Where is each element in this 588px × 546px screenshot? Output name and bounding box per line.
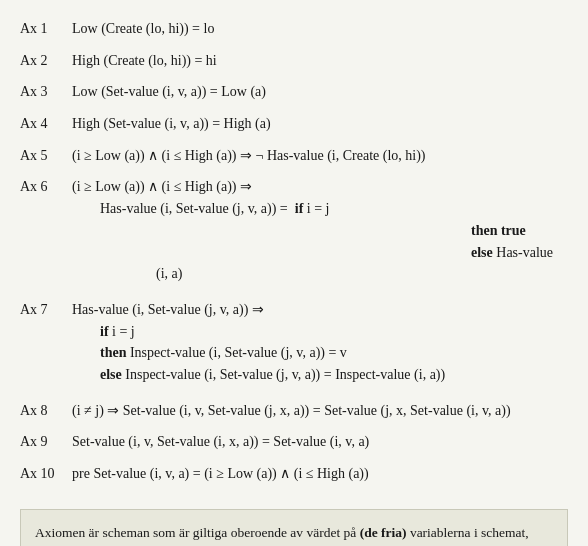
axiom-label: Ax 3 (20, 81, 72, 103)
axiom-label: Ax 10 (20, 463, 72, 485)
axiom-label: Ax 7 (20, 299, 72, 321)
axiom-content: High (Create (lo, hi)) = hi (72, 50, 568, 72)
axiom-label: Ax 5 (20, 145, 72, 167)
axiom-label: Ax 4 (20, 113, 72, 135)
axiom-row: Ax 7 Has-value (i, Set-value (j, v, a)) … (20, 299, 568, 386)
note-highlight: (de fria) (360, 525, 407, 540)
axiom-row: Ax 4 High (Set-value (i, v, a)) = High (… (20, 113, 568, 135)
axiom-row: Ax 2 High (Create (lo, hi)) = hi (20, 50, 568, 72)
axiom-row: Ax 1 Low (Create (lo, hi)) = lo (20, 18, 568, 40)
note-box: Axiomen är scheman som är giltiga oberoe… (20, 509, 568, 546)
axiom-row: Ax 10 pre Set-value (i, v, a) = (i ≥ Low… (20, 463, 568, 485)
axiom-content: (i ≠ j) ⇒ Set-value (i, v, Set-value (j,… (72, 400, 568, 422)
axiom-content: Set-value (i, v, Set-value (i, x, a)) = … (72, 431, 568, 453)
axiom-list: Ax 1 Low (Create (lo, hi)) = lo Ax 2 Hig… (20, 18, 568, 495)
axiom-row: Ax 3 Low (Set-value (i, v, a)) = Low (a) (20, 81, 568, 103)
axiom-label: Ax 6 (20, 176, 72, 198)
axiom-label: Ax 1 (20, 18, 72, 40)
axiom-content: (i ≥ Low (a)) ∧ (i ≤ High (a)) ⇒ ¬ Has-v… (72, 145, 568, 167)
axiom-content: Low (Create (lo, hi)) = lo (72, 18, 568, 40)
axiom-content: Low (Set-value (i, v, a)) = Low (a) (72, 81, 568, 103)
axiom-row: Ax 8 (i ≠ j) ⇒ Set-value (i, v, Set-valu… (20, 400, 568, 422)
axiom-content: pre Set-value (i, v, a) = (i ≥ Low (a)) … (72, 463, 568, 485)
axiom-content: High (Set-value (i, v, a)) = High (a) (72, 113, 568, 135)
axiom-label: Ax 9 (20, 431, 72, 453)
axiom-row: Ax 6 (i ≥ Low (a)) ∧ (i ≤ High (a)) ⇒ Ha… (20, 176, 568, 284)
axiom-label: Ax 8 (20, 400, 72, 422)
axiom-row: Ax 5 (i ≥ Low (a)) ∧ (i ≤ High (a)) ⇒ ¬ … (20, 145, 568, 167)
axiom-row: Ax 9 Set-value (i, v, Set-value (i, x, a… (20, 431, 568, 453)
note-text: Axiomen är scheman som är giltiga oberoe… (35, 525, 529, 546)
axiom-content: (i ≥ Low (a)) ∧ (i ≤ High (a)) ⇒ Has-val… (72, 176, 568, 284)
axiom-content: Has-value (i, Set-value (j, v, a)) ⇒ if … (72, 299, 568, 386)
axiom-label: Ax 2 (20, 50, 72, 72)
